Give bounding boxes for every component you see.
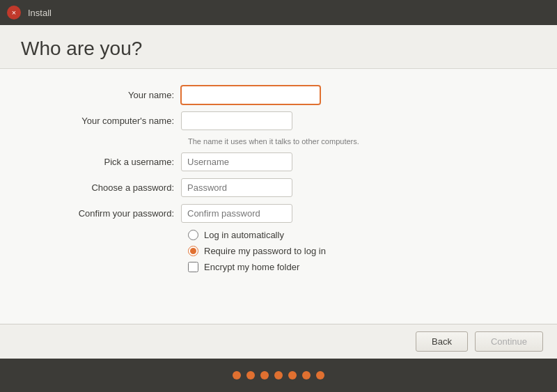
encrypt-checkbox[interactable]	[188, 262, 198, 272]
your-name-label: Your name:	[28, 90, 181, 100]
progress-dot-3	[260, 371, 269, 379]
confirm-password-input[interactable]	[181, 204, 292, 223]
login-auto-label[interactable]: Log in automatically	[204, 230, 284, 240]
continue-button[interactable]: Continue	[475, 331, 543, 352]
login-password-option: Require my password to log in	[188, 246, 529, 256]
your-name-input[interactable]	[181, 86, 320, 104]
encrypt-label[interactable]: Encrypt my home folder	[204, 262, 299, 272]
computer-name-label: Your computer's name:	[28, 116, 181, 126]
footer	[0, 359, 557, 392]
close-button[interactable]: ×	[7, 6, 21, 19]
username-row: Pick a username:	[28, 152, 529, 171]
confirm-password-row: Confirm your password:	[28, 204, 529, 223]
titlebar: × Install	[0, 0, 557, 25]
main-window: Who are you? Your name: Your computer's …	[0, 25, 557, 359]
login-options: Log in automatically Require my password…	[188, 230, 529, 272]
bottom-bar: Back Continue	[0, 324, 557, 359]
login-password-label[interactable]: Require my password to log in	[204, 246, 326, 256]
close-icon: ×	[12, 8, 16, 17]
login-password-radio[interactable]	[188, 246, 198, 256]
encrypt-option: Encrypt my home folder	[188, 262, 529, 272]
password-row: Choose a password:	[28, 178, 529, 197]
computer-name-input[interactable]	[181, 111, 292, 130]
username-input[interactable]	[181, 152, 292, 171]
page-title: Who are you?	[21, 38, 536, 60]
confirm-password-label: Confirm your password:	[28, 208, 181, 219]
back-button[interactable]: Back	[416, 331, 468, 352]
your-name-row: Your name:	[28, 86, 529, 104]
computer-name-hint: The name it uses when it talks to other …	[188, 137, 529, 146]
login-auto-option: Log in automatically	[188, 230, 529, 240]
progress-dot-4	[274, 371, 283, 379]
titlebar-title: Install	[28, 8, 52, 18]
progress-dot-2	[246, 371, 255, 379]
password-label: Choose a password:	[28, 182, 181, 193]
progress-dot-6	[302, 371, 311, 379]
password-input[interactable]	[181, 178, 292, 197]
progress-dot-5	[288, 371, 297, 379]
username-label: Pick a username:	[28, 157, 181, 167]
progress-dot-1	[233, 371, 241, 379]
page-header: Who are you?	[0, 25, 557, 69]
content-area: Your name: Your computer's name: The nam…	[0, 69, 557, 324]
progress-dot-7	[316, 371, 324, 379]
computer-name-row: Your computer's name:	[28, 111, 529, 130]
login-auto-radio[interactable]	[188, 230, 198, 240]
